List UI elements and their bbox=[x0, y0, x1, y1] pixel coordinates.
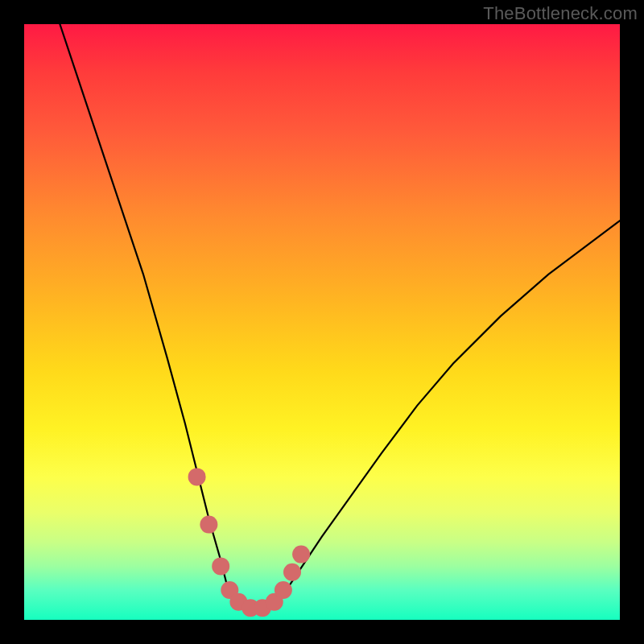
highlight-dot bbox=[200, 516, 217, 534]
bottleneck-curve bbox=[60, 24, 620, 608]
highlighted-segment bbox=[188, 468, 311, 617]
highlight-dot bbox=[212, 557, 229, 575]
highlight-dot bbox=[188, 468, 206, 485]
highlight-dot bbox=[292, 546, 310, 564]
curve-svg bbox=[24, 24, 620, 620]
plot-area bbox=[24, 24, 620, 620]
highlight-dot bbox=[283, 564, 301, 581]
highlight-dot bbox=[275, 581, 292, 599]
watermark-text: TheBottleneck.com bbox=[483, 3, 638, 24]
chart-frame: TheBottleneck.com bbox=[0, 0, 644, 644]
